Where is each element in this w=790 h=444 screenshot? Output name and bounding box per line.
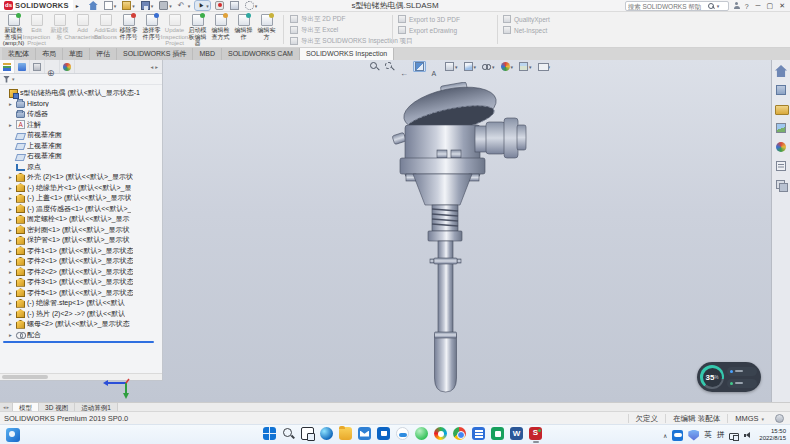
taskbar-app-button[interactable] (414, 427, 429, 443)
tree-item[interactable]: ▸ 原点 (0, 162, 161, 173)
heads-up-button[interactable] (383, 61, 396, 72)
taskbar-app-button[interactable] (490, 427, 505, 443)
quick-access-button[interactable] (177, 1, 192, 10)
taskbar-app-button[interactable] (509, 427, 524, 443)
quick-access-button[interactable] (229, 1, 240, 10)
heads-up-button[interactable] (398, 61, 411, 72)
ime-english-indicator[interactable]: 英 (704, 430, 712, 440)
expand-arrow-icon[interactable]: ▸ (9, 195, 16, 201)
panel-horizontal-scrollbar[interactable] (0, 373, 162, 380)
cast-icon[interactable] (729, 433, 739, 440)
expand-arrow-icon[interactable]: ▸ (9, 290, 16, 296)
panel-tab[interactable] (30, 60, 45, 73)
tree-item[interactable]: ▸ (-) 上盖<1> (默认<<默认>_显示状 (0, 193, 161, 204)
ribbon-button[interactable]: Add/Edit Balloons (94, 13, 117, 47)
status-tag-icon[interactable] (775, 414, 784, 423)
command-tab[interactable]: 草图 (63, 48, 90, 60)
ribbon-button[interactable]: 新建检查项目 (amp;N) (2, 13, 25, 47)
tree-item[interactable]: ▸ 螺母<2> (默认<<默认>_显示状态 (0, 319, 161, 330)
tray-chevron-icon[interactable]: ∧ (663, 432, 667, 439)
expand-arrow-icon[interactable]: ▸ (9, 311, 16, 317)
command-tab[interactable]: 评估 (90, 48, 117, 60)
expand-arrow-icon[interactable]: ▸ (9, 101, 16, 107)
panel-tab-next-icon[interactable]: ▸ (155, 64, 158, 70)
export-item[interactable]: Export eDrawing (398, 25, 460, 35)
filter-dropdown-icon[interactable]: ▾ (12, 76, 15, 82)
tree-item[interactable]: ▸ 零件3<1> (默认<<默认>_显示状态 (0, 277, 161, 288)
logo-flyout-arrow[interactable]: ▸ (73, 2, 82, 9)
command-tab[interactable]: MBD (193, 48, 222, 60)
tree-item[interactable]: ▸ 前视基准面 (0, 130, 161, 141)
widgets-icon[interactable] (6, 428, 20, 442)
tree-item[interactable]: ▸ 零件2<1> (默认<<默认>_显示状态 (0, 256, 161, 267)
widget-button-top[interactable] (727, 367, 757, 376)
help-icon[interactable]: ? (745, 3, 749, 10)
close-button[interactable] (779, 1, 785, 11)
taskbar-app-button[interactable] (281, 427, 296, 443)
export-item[interactable]: Net-Inspect (503, 25, 550, 35)
panel-tab-prev-icon[interactable]: ◂ (150, 64, 153, 70)
quick-access-button[interactable] (158, 1, 173, 10)
task-pane-icon[interactable] (775, 103, 787, 115)
help-search-box[interactable]: ▾ (625, 1, 729, 11)
tree-item[interactable]: ▸ (-) 绝缘垫片<1> (默认<<默认>_显 (0, 183, 161, 194)
rollback-bar[interactable] (3, 341, 154, 343)
taskbar-app-button[interactable] (395, 427, 410, 443)
tree-item[interactable]: ▸ 右视基准面 (0, 151, 161, 162)
export-item[interactable]: 导出至 SOLIDWORKS Inspection 项目 (290, 36, 413, 46)
task-pane-icon[interactable] (775, 179, 787, 191)
tree-item[interactable]: ▸ 注解 (0, 120, 161, 131)
heads-up-button[interactable] (517, 61, 534, 72)
units-selector[interactable]: MMGS (727, 414, 771, 423)
heads-up-button[interactable] (499, 61, 516, 72)
heads-up-button[interactable] (480, 61, 497, 72)
heads-up-button[interactable] (368, 61, 381, 72)
doc-tab[interactable]: 3D 视图 (39, 403, 75, 411)
expand-arrow-icon[interactable]: ▸ (9, 300, 16, 306)
expand-arrow-icon[interactable]: ▸ (9, 269, 16, 275)
quick-access-button[interactable] (195, 1, 210, 10)
tree-item[interactable]: ▸ 零件2<2> (默认<<默认>_显示状态 (0, 267, 161, 278)
tree-item[interactable]: ▸ (-) 温度传感器<1> (默认<<默认>_ (0, 204, 161, 215)
panel-tab[interactable] (45, 60, 60, 73)
expand-arrow-icon[interactable]: ▸ (9, 321, 16, 327)
task-pane-icon[interactable] (775, 65, 787, 77)
panel-tab[interactable] (15, 60, 30, 73)
quick-access-button[interactable] (88, 1, 99, 10)
expand-arrow-icon[interactable]: ▸ (9, 332, 16, 338)
ribbon-button[interactable]: Add Characteristic (71, 13, 94, 47)
expand-arrow-icon[interactable]: ▸ (9, 258, 16, 264)
restore-button[interactable] (767, 1, 774, 11)
expand-arrow-icon[interactable]: ▸ (9, 174, 16, 180)
quick-access-button[interactable] (140, 1, 155, 10)
zoom-overlay-widget[interactable]: 35% (697, 362, 761, 392)
expand-arrow-icon[interactable]: ▸ (9, 227, 16, 233)
tree-item[interactable]: ▸ (-) 绝缘管.step<1> (默认<<默认 (0, 298, 161, 309)
tree-item[interactable]: ▸ (-) 热片 (2)<2> ->? (默认<<默认 (0, 309, 161, 320)
heads-up-button[interactable] (428, 61, 441, 72)
graphics-viewport[interactable]: ◂ ▸ ▾ ▸ s型铂铑热电偶 (默认<默认_显示状态-1 ▸ (0, 60, 790, 402)
tree-item[interactable]: ▸ s型铂铑热电偶 (默认<默认_显示状态-1 (0, 88, 161, 99)
heads-up-button[interactable] (413, 61, 426, 72)
expand-arrow-icon[interactable]: ▸ (9, 122, 16, 128)
command-tab[interactable]: 装配体 (2, 48, 36, 60)
taskbar-app-button[interactable] (300, 427, 315, 443)
tree-item[interactable]: ▸ 零件1<1> (默认<<默认>_显示状态 (0, 246, 161, 257)
ribbon-button[interactable]: Edit Inspection Project (25, 13, 48, 47)
scrollbar-thumb[interactable] (2, 375, 48, 379)
tree-item[interactable]: ▸ 外壳 (2)<1> (默认<<默认>_显示状 (0, 172, 161, 183)
panel-tab[interactable] (60, 60, 75, 73)
command-tab[interactable]: 布局 (36, 48, 63, 60)
filter-funnel-icon[interactable] (3, 76, 10, 83)
command-tab[interactable]: SOLIDWORKS 插件 (117, 48, 193, 60)
taskbar-app-button[interactable] (471, 427, 486, 443)
ribbon-button[interactable]: 启动模板编辑器 (186, 13, 209, 47)
tree-item[interactable]: ▸ 固定螺栓<1> (默认<<默认>_显示 (0, 214, 161, 225)
tree-item[interactable]: ▸ 密封圈<1> (默认<<默认>_显示状 (0, 225, 161, 236)
tree-item[interactable]: ▸ 保护管<1> (默认<<默认>_显示状 (0, 235, 161, 246)
tree-item[interactable]: ▸ 零件5<1> (默认<<默认>_显示状态 (0, 288, 161, 299)
export-item[interactable]: 导出至 Excel (290, 25, 413, 35)
ime-pinyin-indicator[interactable]: 拼 (717, 430, 725, 440)
quick-access-button[interactable] (244, 1, 259, 10)
export-item[interactable]: Export to 3D PDF (398, 14, 460, 24)
